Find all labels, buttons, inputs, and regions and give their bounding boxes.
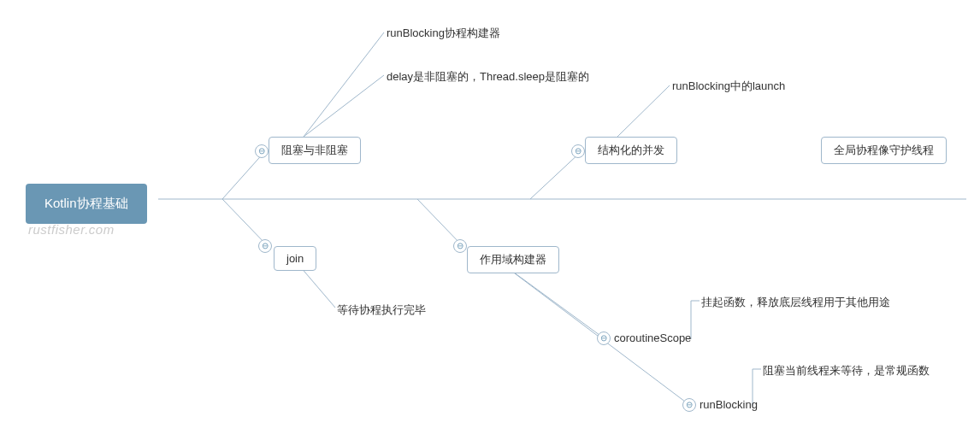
node-daemon[interactable]: 全局协程像守护线程 — [821, 137, 947, 164]
note-coroutinescope: 挂起函数，释放底层线程用于其他用途 — [701, 295, 890, 310]
toggle-scope[interactable]: ⊖ — [453, 239, 467, 253]
toggle-runblocking-leaf[interactable]: ⊖ — [682, 398, 696, 412]
node-structured[interactable]: 结构化的并发 — [585, 137, 677, 164]
toggle-join[interactable]: ⊖ — [258, 239, 272, 253]
note-runblocking: 阻塞当前线程来等待，是常规函数 — [763, 363, 930, 378]
watermark: rustfisher.com — [28, 222, 115, 237]
toggle-structured[interactable]: ⊖ — [571, 144, 585, 158]
leaf-launch-in-runblocking: runBlocking中的launch — [672, 79, 785, 94]
leaf-join-wait: 等待协程执行完毕 — [337, 302, 426, 318]
node-scope[interactable]: 作用域构建器 — [467, 246, 559, 273]
root-node[interactable]: Kotlin协程基础 — [26, 184, 147, 224]
leaf-coroutinescope: coroutineScope — [614, 331, 691, 344]
leaf-runblocking: runBlocking — [700, 398, 758, 411]
leaf-runblocking-builder: runBlocking协程构建器 — [387, 26, 500, 41]
node-blocking[interactable]: 阻塞与非阻塞 — [269, 137, 361, 164]
leaf-delay-vs-sleep: delay是非阻塞的，Thread.sleep是阻塞的 — [387, 69, 589, 85]
toggle-coroutinescope[interactable]: ⊖ — [597, 331, 611, 345]
toggle-blocking[interactable]: ⊖ — [255, 144, 269, 158]
node-join[interactable]: join — [274, 246, 316, 271]
